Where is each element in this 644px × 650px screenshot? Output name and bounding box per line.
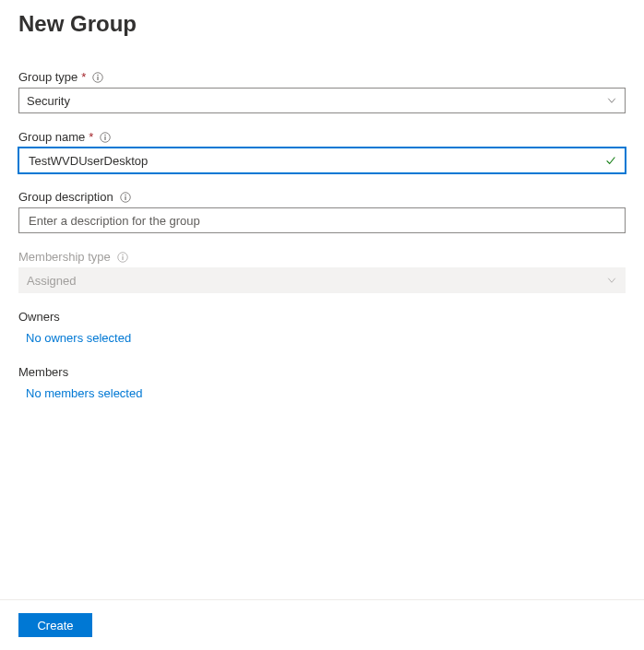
- members-section: Members No members selected: [18, 365, 626, 400]
- owners-section: Owners No owners selected: [18, 310, 626, 345]
- info-icon[interactable]: [119, 191, 132, 204]
- required-asterisk: *: [89, 130, 93, 144]
- membership-type-label-row: Membership type: [18, 250, 626, 264]
- info-icon[interactable]: [91, 71, 104, 84]
- field-group-name: Group name *: [18, 130, 626, 173]
- page-title: New Group: [18, 11, 626, 37]
- field-membership-type: Membership type Assigned: [18, 250, 626, 293]
- field-group-description: Group description: [18, 190, 626, 233]
- checkmark-icon: [604, 154, 617, 167]
- required-asterisk: *: [81, 70, 86, 84]
- svg-point-7: [125, 194, 125, 195]
- group-name-input-wrap: [18, 148, 626, 173]
- svg-rect-5: [105, 136, 106, 139]
- footer: Create: [0, 599, 644, 650]
- group-name-label: Group name: [18, 130, 85, 144]
- svg-rect-8: [125, 195, 125, 199]
- members-link[interactable]: No members selected: [18, 386, 626, 400]
- chevron-down-icon: [606, 275, 617, 286]
- info-icon[interactable]: [99, 131, 112, 144]
- group-type-label-row: Group type *: [18, 70, 626, 84]
- membership-type-value: Assigned: [27, 274, 606, 288]
- members-heading: Members: [18, 365, 626, 379]
- chevron-down-icon: [606, 95, 617, 106]
- svg-point-10: [122, 254, 123, 254]
- group-type-value: Security: [27, 94, 606, 108]
- info-icon[interactable]: [116, 251, 129, 264]
- group-description-label: Group description: [18, 190, 113, 204]
- owners-link[interactable]: No owners selected: [18, 331, 626, 345]
- owners-heading: Owners: [18, 310, 626, 324]
- group-name-label-row: Group name *: [18, 130, 626, 144]
- membership-type-label: Membership type: [18, 250, 111, 264]
- group-description-input[interactable]: [27, 208, 617, 232]
- group-name-input[interactable]: [27, 148, 604, 172]
- field-group-type: Group type * Security: [18, 70, 626, 113]
- group-type-label: Group type: [18, 70, 78, 84]
- svg-rect-11: [122, 255, 123, 259]
- group-description-label-row: Group description: [18, 190, 626, 204]
- group-description-input-wrap: [18, 207, 626, 233]
- membership-type-select: Assigned: [18, 267, 626, 293]
- svg-rect-2: [98, 76, 99, 79]
- svg-point-4: [105, 134, 106, 135]
- group-type-select[interactable]: Security: [18, 88, 626, 113]
- create-button[interactable]: Create: [18, 613, 92, 637]
- svg-point-1: [98, 74, 99, 75]
